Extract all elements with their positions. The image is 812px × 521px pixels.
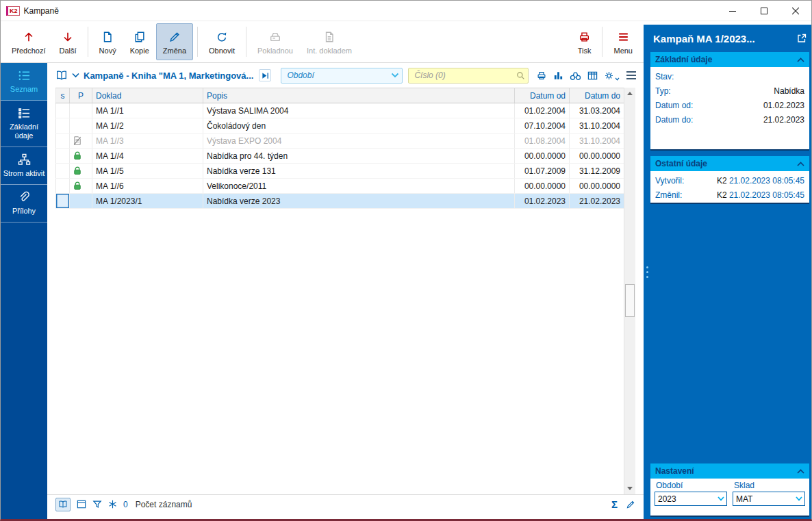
cell-datum-od[interactable]: 00.00.0000 xyxy=(515,149,570,164)
cell-p[interactable] xyxy=(70,149,92,164)
scroll-up-arrow[interactable] xyxy=(624,88,635,99)
cell-doklad[interactable]: MA 1/2023/1 xyxy=(92,194,203,209)
table-row[interactable]: MA 1//6Velikonoce/201100.00.000000.00.00… xyxy=(56,179,624,194)
book-icon[interactable] xyxy=(55,70,68,81)
period-filter[interactable]: Období xyxy=(281,68,403,84)
chart-icon[interactable] xyxy=(553,71,563,81)
vertical-scrollbar[interactable] xyxy=(624,88,635,494)
panel-splitter[interactable] xyxy=(644,25,650,519)
copy-button[interactable]: Kopie xyxy=(123,23,156,60)
columns-icon[interactable] xyxy=(587,71,598,81)
cell-datum-od[interactable]: 01.07.2009 xyxy=(515,164,570,179)
previous-button[interactable]: Předchozí xyxy=(5,23,53,60)
minimize-button[interactable] xyxy=(717,1,748,21)
scrollbar-thumb[interactable] xyxy=(625,284,635,317)
cell-doklad[interactable]: MA 1//4 xyxy=(92,149,203,164)
sum-icon[interactable]: Σ xyxy=(611,499,618,509)
gear-icon[interactable] xyxy=(604,71,620,81)
cell-popis[interactable]: Nabídka verze 131 xyxy=(203,164,515,179)
cell-popis[interactable]: Velikonoce/2011 xyxy=(203,179,515,194)
printer-icon[interactable] xyxy=(536,71,547,81)
sidebar-item-zakladni-udaje[interactable]: Základní údaje xyxy=(1,101,47,147)
cell-datum-od[interactable]: 00.00.0000 xyxy=(515,179,570,194)
cell-popis[interactable]: Výstava SALIMA 2004 xyxy=(203,103,515,118)
cell-doklad[interactable]: MA 1//1 xyxy=(92,103,203,118)
table-row[interactable]: MA 1//5Nabídka verze 13101.07.200931.12.… xyxy=(56,164,624,179)
cell-s[interactable] xyxy=(56,134,70,149)
new-button[interactable]: Nový xyxy=(92,23,123,60)
cell-datum-od[interactable]: 01.08.2004 xyxy=(515,134,570,149)
warehouse-dropdown[interactable]: MAT xyxy=(733,492,805,506)
cell-p[interactable] xyxy=(70,179,92,194)
filter-icon[interactable] xyxy=(92,500,102,509)
table-row[interactable]: MA 1//4Nabídka pro 44. týden00.00.000000… xyxy=(56,149,624,164)
table-row[interactable]: MA 1//3Výstava EXPO 200401.08.200431.10.… xyxy=(56,134,624,149)
open-in-window-icon[interactable] xyxy=(797,34,807,43)
scroll-down-arrow[interactable] xyxy=(624,483,635,494)
number-search-input[interactable]: Číslo (0) xyxy=(408,68,529,84)
column-header-s[interactable]: s xyxy=(56,88,70,103)
cell-datum-do[interactable]: 21.02.2023 xyxy=(570,194,624,209)
sidebar-item-seznam[interactable]: Seznam xyxy=(1,63,47,101)
chevron-up-icon[interactable] xyxy=(797,162,804,166)
cell-datum-do[interactable]: 00.00.0000 xyxy=(570,149,624,164)
cell-datum-do[interactable]: 31.12.2009 xyxy=(570,164,624,179)
cell-datum-do[interactable]: 00.00.0000 xyxy=(570,179,624,194)
cell-datum-od[interactable]: 07.10.2004 xyxy=(515,118,570,134)
book-view-toggle[interactable] xyxy=(55,498,71,511)
column-header-popis[interactable]: Popis xyxy=(203,88,515,103)
cell-p[interactable] xyxy=(70,118,92,134)
binoculars-icon[interactable] xyxy=(570,71,581,81)
cell-p[interactable] xyxy=(70,103,92,118)
column-header-datum-od[interactable]: Datum od xyxy=(515,88,570,103)
section-header-basic[interactable]: Základní údaje xyxy=(650,52,809,67)
column-header-doklad[interactable]: Doklad xyxy=(92,88,203,103)
snowflake-icon[interactable] xyxy=(108,500,117,509)
cell-s[interactable] xyxy=(56,164,70,179)
column-header-datum-do[interactable]: Datum do xyxy=(570,88,624,103)
cell-datum-od[interactable]: 01.02.2004 xyxy=(515,103,570,118)
chevron-up-icon[interactable] xyxy=(797,58,804,62)
cell-s[interactable] xyxy=(56,103,70,118)
cell-datum-do[interactable]: 31.10.2004 xyxy=(570,134,624,149)
menu-button[interactable]: Menu xyxy=(607,23,639,60)
scrollbar-track[interactable] xyxy=(624,99,635,483)
cell-s[interactable] xyxy=(56,194,70,209)
table-row[interactable]: MA 1//2Čokoládový den07.10.200431.10.200… xyxy=(56,118,624,134)
close-button[interactable] xyxy=(780,1,811,21)
goto-record-button[interactable] xyxy=(259,69,271,81)
cell-s[interactable] xyxy=(56,118,70,134)
table-row[interactable]: MA 1/2023/1Nabídka verze 202301.02.20232… xyxy=(56,194,624,209)
chevron-up-icon[interactable] xyxy=(797,469,804,474)
print-button[interactable]: Tisk xyxy=(571,23,598,60)
chevron-down-icon[interactable] xyxy=(72,73,79,78)
grid-menu-icon[interactable] xyxy=(626,71,637,80)
cell-datum-do[interactable]: 31.03.2004 xyxy=(570,103,624,118)
period-dropdown[interactable]: 2023 xyxy=(655,492,727,506)
sidebar-item-strom-aktivit[interactable]: Strom aktivit xyxy=(1,147,47,185)
cell-doklad[interactable]: MA 1//3 xyxy=(92,134,203,149)
refresh-button[interactable]: Obnovit xyxy=(202,23,242,60)
cell-doklad[interactable]: MA 1//5 xyxy=(92,164,203,179)
column-header-p[interactable]: P xyxy=(70,88,92,103)
panel-view-icon[interactable] xyxy=(77,500,86,509)
cell-datum-od[interactable]: 01.02.2023 xyxy=(515,194,570,209)
cell-s[interactable] xyxy=(56,179,70,194)
cell-popis[interactable]: Výstava EXPO 2004 xyxy=(203,134,515,149)
cell-popis[interactable]: Nabídka pro 44. týden xyxy=(203,149,515,164)
maximize-button[interactable] xyxy=(748,1,780,21)
sidebar-item-prilohy[interactable]: Přílohy xyxy=(1,185,47,223)
table-row[interactable]: MA 1//1Výstava SALIMA 200401.02.200431.0… xyxy=(56,103,624,118)
cell-datum-do[interactable]: 31.10.2004 xyxy=(570,118,624,134)
edit-pencil-icon[interactable] xyxy=(626,500,635,509)
cell-p[interactable] xyxy=(70,164,92,179)
cell-doklad[interactable]: MA 1//2 xyxy=(92,118,203,134)
cell-p[interactable] xyxy=(70,134,92,149)
cell-doklad[interactable]: MA 1//6 xyxy=(92,179,203,194)
section-header-other[interactable]: Ostatní údaje xyxy=(650,156,809,171)
cell-p[interactable] xyxy=(70,194,92,209)
next-button[interactable]: Další xyxy=(53,23,84,60)
section-header-settings[interactable]: Nastavení xyxy=(650,463,809,479)
cell-s[interactable] xyxy=(56,149,70,164)
cell-popis[interactable]: Nabídka verze 2023 xyxy=(203,194,515,209)
